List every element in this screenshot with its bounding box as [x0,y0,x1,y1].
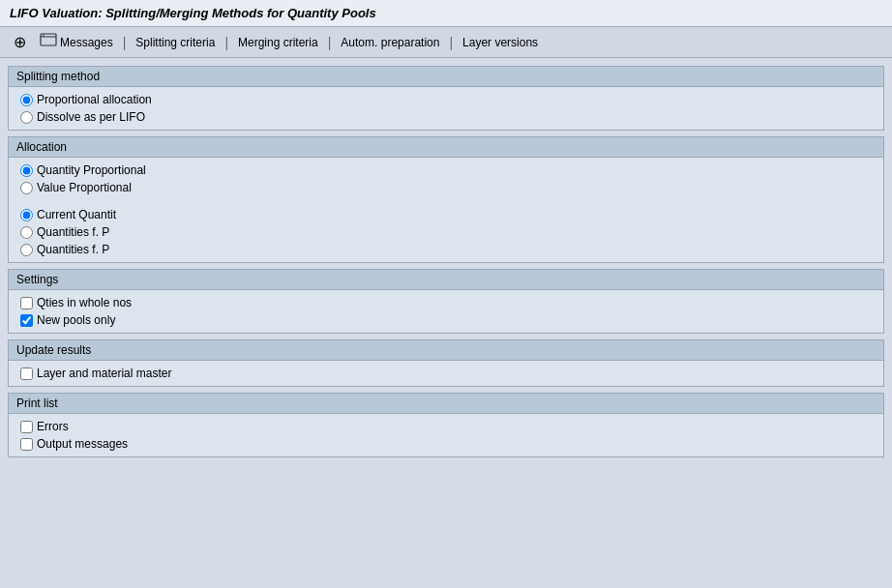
settings-section: Settings Qties in whole nos New pools on… [8,269,884,334]
splitting-method-radio-group: Proportional allocation Dissolve as per … [20,93,872,124]
update-results-checkbox-group: Layer and material master [20,367,872,380]
current-quantit-label: Current Quantit [37,208,116,221]
qties-whole-nos-checkbox[interactable] [20,297,33,309]
back-button[interactable]: ⊕ [8,31,32,53]
main-content: Splitting method Proportional allocation… [0,58,892,588]
update-results-body: Layer and material master [9,361,883,386]
quantities-p2-option[interactable]: Quantities f. P [20,243,872,256]
messages-icon [40,33,57,51]
quantities-p1-option[interactable]: Quantities f. P [20,225,872,239]
dissolve-lifo-label: Dissolve as per LIFO [37,110,145,124]
splitting-criteria-label: Splitting criteria [135,36,215,49]
settings-body: Qties in whole nos New pools only [9,290,883,333]
separator-3: | [326,35,334,50]
errors-checkbox[interactable] [20,421,33,433]
layer-material-master-label: Layer and material master [37,367,171,380]
update-results-section: Update results Layer and material master [8,339,884,387]
separator-2: | [223,35,230,50]
new-pools-only-option[interactable]: New pools only [20,313,872,327]
back-icon: ⊕ [14,33,26,51]
layer-versions-label: Layer versions [462,36,538,49]
print-list-checkbox-group: Errors Output messages [20,420,872,451]
messages-button[interactable]: Messages [34,31,119,53]
value-proportional-option[interactable]: Value Proportional [20,181,872,194]
splitting-method-section: Splitting method Proportional allocation… [8,66,884,131]
errors-label: Errors [37,420,69,433]
proportional-allocation-label: Proportional allocation [37,93,152,106]
allocation-current-radio-group: Current Quantit Quantities f. P Quantiti… [20,208,872,256]
proportional-allocation-radio[interactable] [20,94,33,106]
qty-proportional-label: Quantity Proportional [37,163,146,177]
qty-proportional-option[interactable]: Quantity Proportional [20,163,872,177]
output-messages-label: Output messages [37,437,128,451]
layer-versions-button[interactable]: Layer versions [457,34,544,51]
proportional-allocation-option[interactable]: Proportional allocation [20,93,872,106]
new-pools-only-checkbox[interactable] [20,314,33,327]
settings-checkbox-group: Qties in whole nos New pools only [20,296,872,327]
quantities-p1-radio[interactable] [20,226,33,239]
autom-preparation-label: Autom. preparation [341,36,439,49]
allocation-header: Allocation [9,137,883,158]
qty-proportional-radio[interactable] [20,164,33,177]
new-pools-only-label: New pools only [37,313,115,327]
layer-material-master-checkbox[interactable] [20,368,33,380]
print-list-section: Print list Errors Output messages [8,393,884,457]
quantities-p2-radio[interactable] [20,244,33,256]
output-messages-option[interactable]: Output messages [20,437,872,451]
separator-1: | [121,35,129,50]
print-list-header: Print list [9,394,883,414]
splitting-criteria-button[interactable]: Splitting criteria [130,34,221,51]
value-proportional-label: Value Proportional [37,181,132,194]
current-quantit-radio[interactable] [20,209,33,221]
qties-whole-nos-label: Qties in whole nos [37,296,132,309]
allocation-quantity-radio-group: Quantity Proportional Value Proportional [20,163,872,194]
title-bar: LIFO Valuation: Splitting/Merging Method… [0,0,892,27]
autom-preparation-button[interactable]: Autom. preparation [335,34,445,51]
allocation-body: Quantity Proportional Value Proportional… [9,158,883,262]
dissolve-lifo-radio[interactable] [20,111,33,124]
allocation-section: Allocation Quantity Proportional Value P… [8,136,884,263]
splitting-method-body: Proportional allocation Dissolve as per … [9,87,883,130]
svg-rect-0 [41,34,56,45]
messages-label: Messages [60,36,113,49]
toolbar: ⊕ Messages | Splitting criteria | Mergin… [0,27,892,58]
dissolve-lifo-option[interactable]: Dissolve as per LIFO [20,110,872,124]
value-proportional-radio[interactable] [20,182,33,194]
qties-whole-nos-option[interactable]: Qties in whole nos [20,296,872,309]
title-text: LIFO Valuation: Splitting/Merging Method… [10,6,376,20]
layer-material-master-option[interactable]: Layer and material master [20,367,872,380]
errors-option[interactable]: Errors [20,420,872,433]
merging-criteria-button[interactable]: Merging criteria [232,34,324,51]
current-quantit-option[interactable]: Current Quantit [20,208,872,221]
splitting-method-header: Splitting method [9,67,883,87]
merging-criteria-label: Merging criteria [238,36,318,49]
output-messages-checkbox[interactable] [20,438,33,451]
settings-header: Settings [9,270,883,290]
update-results-header: Update results [9,340,883,361]
separator-4: | [447,35,455,50]
print-list-body: Errors Output messages [9,414,883,456]
quantities-p2-label: Quantities f. P [37,243,109,256]
quantities-p1-label: Quantities f. P [37,225,109,239]
